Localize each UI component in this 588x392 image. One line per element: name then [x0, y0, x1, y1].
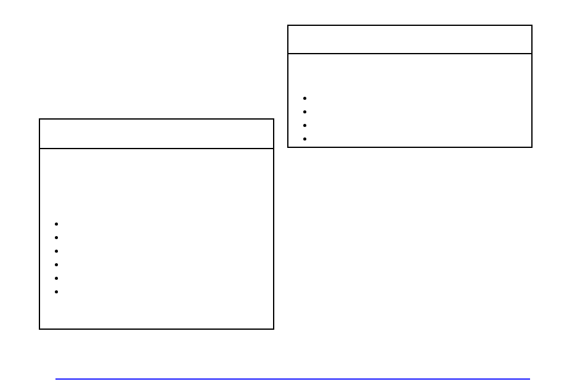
- list-item: [313, 91, 519, 105]
- list-item: [65, 244, 261, 258]
- panel-right-list: [313, 91, 519, 145]
- panel-right: [287, 25, 533, 148]
- divider-line: [55, 378, 530, 380]
- panel-left-body: [40, 149, 273, 311]
- list-item: [65, 285, 261, 298]
- list-item: [65, 217, 261, 231]
- panel-left-list: [65, 217, 261, 298]
- list-item: [313, 132, 519, 145]
- list-item: [65, 258, 261, 271]
- panel-right-header: [288, 26, 531, 54]
- list-item: [313, 105, 519, 118]
- list-item: [313, 118, 519, 132]
- panel-right-body: [288, 54, 531, 158]
- panel-left-header: [40, 120, 273, 149]
- panel-left: [39, 118, 274, 330]
- list-item: [65, 231, 261, 244]
- list-item: [65, 271, 261, 285]
